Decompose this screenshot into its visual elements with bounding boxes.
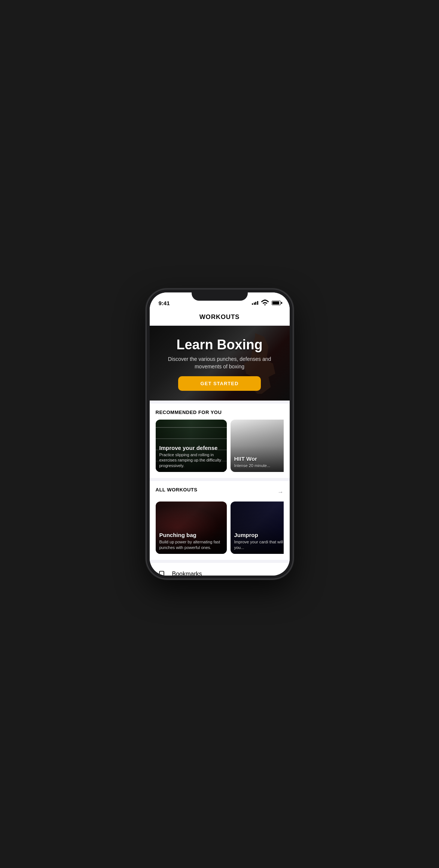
all-workouts-cards-scroll[interactable]: Punching bag Build up power by alternati… — [156, 502, 284, 560]
all-workouts-card-2[interactable]: Jumprop Improve your cardi that will lea… — [231, 502, 284, 554]
card-1-title: Improve your defense — [159, 445, 223, 451]
bookmarks-label: Bookmarks — [172, 571, 281, 576]
hero-subtitle: Discover the various punches, defenses a… — [157, 356, 282, 370]
all-workouts-card-1[interactable]: Punching bag Build up power by alternati… — [156, 502, 227, 554]
phone-frame: 9:41 WORKOUTS — [147, 289, 293, 579]
battery-icon — [272, 301, 281, 305]
card-4-title: Jumprop — [234, 532, 284, 538]
recommended-title: RECOMMENDED FOR YOU — [156, 410, 284, 415]
signal-icon — [252, 301, 258, 305]
phone-screen: 9:41 WORKOUTS — [150, 292, 290, 576]
all-workouts-header: ALL WORKOUTS → — [156, 487, 284, 497]
card-1-content: Improve your defense Practice slipping a… — [156, 441, 227, 472]
wifi-icon — [260, 298, 269, 307]
recommended-section: RECOMMENDED FOR YOU Improve your defense… — [150, 404, 290, 478]
screen-content[interactable]: WORKOUTS Learn Boxing Discover the vario… — [150, 309, 290, 576]
card-2-desc: Intense 20 minute... — [234, 463, 284, 468]
all-workouts-title: ALL WORKOUTS — [156, 487, 198, 493]
menu-section: Bookmarks › Workout Creator › — [150, 563, 290, 576]
get-started-button[interactable]: GET STARTED — [178, 376, 261, 391]
bookmarks-menu-item[interactable]: Bookmarks › — [150, 563, 290, 576]
notch — [192, 289, 248, 301]
card-4-content: Jumprop Improve your cardi that will lea… — [231, 528, 284, 554]
status-icons — [252, 298, 281, 307]
card-3-title: Punching bag — [159, 532, 223, 538]
card-2-content: HIIT Wor Intense 20 minute... — [231, 452, 284, 472]
all-workouts-section: ALL WORKOUTS → Punching bag Build up pow… — [150, 481, 290, 560]
hero-content: Learn Boxing Discover the various punche… — [150, 326, 290, 401]
recommended-card-1[interactable]: Improve your defense Practice slipping a… — [156, 420, 227, 472]
page-title: WORKOUTS — [156, 313, 284, 321]
card-3-content: Punching bag Build up power by alternati… — [156, 528, 227, 554]
card-2-title: HIIT Wor — [234, 456, 284, 462]
recommended-card-2[interactable]: HIIT Wor Intense 20 minute... — [231, 420, 284, 472]
hero-title: Learn Boxing — [176, 337, 262, 353]
all-workouts-arrow-icon[interactable]: → — [278, 489, 284, 496]
status-time: 9:41 — [159, 300, 170, 306]
card-1-desc: Practice slipping and rolling in exercis… — [159, 452, 223, 468]
hero-banner[interactable]: Learn Boxing Discover the various punche… — [150, 326, 290, 401]
bookmarks-chevron-icon: › — [281, 570, 284, 576]
page-header: WORKOUTS — [150, 309, 290, 326]
card-4-desc: Improve your cardi that will leave you..… — [234, 539, 284, 550]
recommended-cards-scroll[interactable]: Improve your defense Practice slipping a… — [156, 420, 284, 478]
card-3-desc: Build up power by alternating fast punch… — [159, 539, 223, 550]
bookmark-icon — [156, 568, 168, 576]
